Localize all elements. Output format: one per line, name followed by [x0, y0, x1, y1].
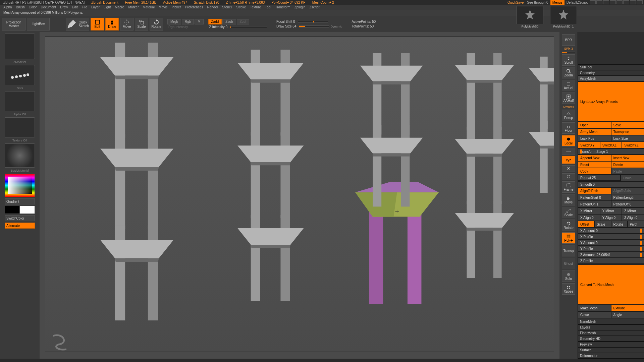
menu-marker[interactable]: Marker: [127, 5, 139, 9]
solo-button[interactable]: Solo: [562, 270, 575, 282]
menu-file[interactable]: File: [81, 5, 88, 9]
aligntoaxis-button[interactable]: AlignToAxis: [611, 187, 644, 194]
scroll-button[interactable]: Scroll: [562, 54, 575, 66]
zmirror-button[interactable]: Z Mirror: [622, 207, 644, 214]
section-geomhd[interactable]: Geometry HD: [578, 336, 644, 342]
actual-button[interactable]: Actual: [562, 80, 575, 91]
chain-button[interactable]: Chain: [621, 175, 644, 181]
convert-nanomesh-button[interactable]: Convert To NanoMesh: [578, 264, 644, 305]
smooth-slider[interactable]: Smooth 0: [578, 181, 644, 187]
menu-light[interactable]: Light: [103, 5, 112, 9]
menu-macro[interactable]: Macro: [114, 5, 125, 9]
menu-stencil[interactable]: Stencil: [221, 5, 233, 9]
patternstart-slider[interactable]: PatternStart 0: [578, 194, 611, 201]
polyf-button[interactable]: PolyF: [562, 232, 575, 244]
menu-alpha[interactable]: Alpha: [3, 5, 13, 9]
zoom-button[interactable]: Zoom: [562, 67, 575, 78]
locksize-button[interactable]: Lock Size: [611, 135, 644, 142]
lightbox-presets-button[interactable]: Lightbox> Arrays Presets: [578, 81, 644, 122]
win-btn-2[interactable]: [596, 0, 602, 4]
menu-transform[interactable]: Transform: [274, 5, 291, 9]
ghost-button[interactable]: Ghost: [562, 258, 575, 269]
scale-tab[interactable]: Scale: [594, 221, 611, 228]
open-button[interactable]: Open: [578, 122, 611, 128]
xpose-button[interactable]: Xpose: [562, 283, 575, 295]
focal-shift-slider[interactable]: [298, 21, 328, 23]
section-deformation[interactable]: Deformation: [578, 353, 644, 359]
move-nav-button[interactable]: Move: [562, 194, 575, 205]
rotate-tab[interactable]: Rotate: [611, 221, 628, 228]
spix-label[interactable]: SPix 3: [564, 47, 573, 50]
gradient-button[interactable]: Gradient: [5, 198, 35, 204]
win-btn-6[interactable]: [623, 0, 629, 4]
lsym-button[interactable]: [562, 148, 575, 155]
menu-stroke[interactable]: Stroke: [235, 5, 247, 9]
menu-layer[interactable]: Layer: [91, 5, 100, 9]
menu-material[interactable]: Material: [142, 5, 156, 9]
aahalf-button[interactable]: AAHalf: [562, 93, 575, 104]
appendnew-button[interactable]: Append New: [578, 155, 611, 161]
m-button[interactable]: M: [195, 19, 203, 24]
tool-polymesh3d-1[interactable]: PolyMesh3D_1: [550, 6, 577, 28]
material-preview[interactable]: [5, 143, 35, 168]
section-surface[interactable]: Surface: [578, 347, 644, 353]
move-button[interactable]: Move: [120, 18, 133, 31]
repeat-slider[interactable]: Repeat 25: [578, 175, 621, 181]
scale-button[interactable]: Scale: [135, 18, 148, 31]
switchcolor-button[interactable]: SwitchColor: [5, 215, 35, 221]
lockpos-button[interactable]: Lock Pos: [578, 135, 611, 142]
win-btn-1[interactable]: [590, 0, 596, 4]
quicksave-button[interactable]: QuickSave: [506, 1, 525, 4]
win-btn-3[interactable]: [603, 0, 609, 4]
menu-tool[interactable]: Tool: [264, 5, 272, 9]
swatch-white[interactable]: [20, 206, 35, 214]
brush-preview[interactable]: [5, 34, 35, 59]
alternate-button[interactable]: Alternate: [5, 223, 35, 229]
close-icon[interactable]: [637, 0, 643, 4]
aligntopath-button[interactable]: AlignToPath: [578, 187, 611, 194]
save-button[interactable]: Save: [611, 122, 644, 128]
section-layers[interactable]: Layers: [578, 324, 644, 330]
copy-button[interactable]: Copy: [578, 168, 611, 175]
zcut-button[interactable]: Zcut: [237, 19, 249, 24]
menu-preferences[interactable]: Preferences: [184, 5, 204, 9]
close-button[interactable]: Close: [578, 311, 611, 318]
transp-button[interactable]: Transp: [562, 245, 575, 256]
zalign-slider[interactable]: Z Align 0: [622, 214, 644, 221]
edit-button[interactable]: Edit: [91, 18, 104, 31]
xyz-button[interactable]: xyz: [562, 156, 575, 164]
menu-picker[interactable]: Picker: [171, 5, 182, 9]
menu-color[interactable]: Color: [28, 5, 38, 9]
transpose-toggle[interactable]: Transpose: [611, 128, 644, 135]
center-button[interactable]: [562, 165, 575, 172]
local-button[interactable]: Local: [562, 135, 575, 146]
scale-nav-button[interactable]: Scale: [562, 207, 575, 218]
makemesh-button[interactable]: Make Mesh: [578, 305, 611, 311]
reset-button[interactable]: Reset: [578, 161, 611, 168]
y-profile-button[interactable]: Y Profile: [578, 246, 644, 252]
patternon-slider[interactable]: PatternOn 1: [578, 201, 611, 207]
spix-slider[interactable]: [562, 52, 575, 53]
draw-button[interactable]: Draw: [105, 18, 119, 31]
mrgb-button[interactable]: Mrgb: [167, 19, 181, 24]
z-profile-button[interactable]: Z Profile: [578, 258, 644, 264]
ymirror-button[interactable]: Y Mirror: [600, 207, 622, 214]
menu-texture[interactable]: Texture: [249, 5, 262, 9]
menu-zscript[interactable]: Zscript: [309, 5, 320, 9]
win-btn-5[interactable]: [616, 0, 623, 4]
menu-movie[interactable]: Movie: [158, 5, 168, 9]
y-amount-slider[interactable]: Y Amount 0: [578, 240, 644, 246]
pivot-tab[interactable]: Pivot: [628, 221, 644, 228]
viewport[interactable]: [45, 36, 554, 352]
section-arraymesh[interactable]: ArrayMesh: [578, 76, 644, 81]
transform-stage-slider[interactable]: Transform Stage 1: [578, 148, 644, 155]
section-nanomesh[interactable]: NanoMesh: [578, 319, 644, 324]
win-btn-4[interactable]: [610, 0, 616, 4]
section-geometry[interactable]: Geometry: [578, 70, 644, 76]
lightbox-button[interactable]: LightBox: [27, 18, 50, 31]
x-amount-slider[interactable]: X Amount 0: [578, 228, 644, 234]
menu-render[interactable]: Render: [207, 5, 219, 9]
zadd-button[interactable]: Zadd: [208, 19, 222, 24]
floor-button[interactable]: Floor: [562, 122, 575, 134]
switchxz-button[interactable]: SwitchXZ: [600, 142, 622, 148]
